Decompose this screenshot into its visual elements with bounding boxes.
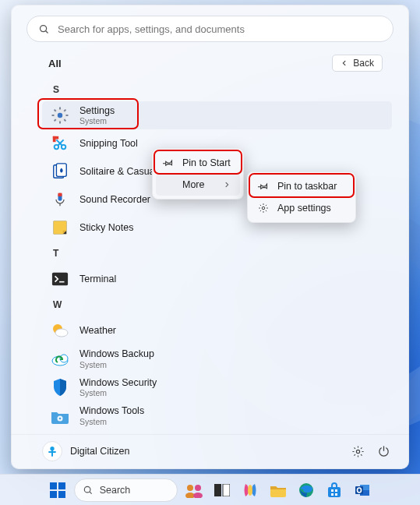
tb-people-icon[interactable] bbox=[182, 479, 206, 502]
svg-rect-55 bbox=[335, 489, 337, 492]
ctx-pin-to-start[interactable]: Pin to Start bbox=[156, 152, 240, 174]
svg-rect-34 bbox=[51, 450, 53, 457]
edge-icon bbox=[298, 482, 314, 498]
svg-rect-35 bbox=[48, 451, 55, 453]
search-icon bbox=[83, 485, 94, 496]
tb-outlook[interactable] bbox=[351, 479, 374, 502]
letter-header-t[interactable]: T bbox=[42, 242, 392, 265]
tb-store[interactable] bbox=[323, 479, 346, 502]
app-item-windows-security[interactable]: Windows Security System bbox=[42, 373, 392, 401]
context-menu-primary: Pin to Start More bbox=[152, 148, 244, 200]
ctx-app-settings[interactable]: App settings bbox=[251, 197, 352, 219]
svg-rect-56 bbox=[331, 493, 334, 496]
svg-point-32 bbox=[59, 417, 62, 419]
app-label: Snipping Tool bbox=[79, 138, 138, 149]
svg-rect-54 bbox=[331, 489, 334, 492]
svg-line-9 bbox=[64, 120, 65, 122]
context-menu-submenu: Pin to taskbar App settings bbox=[247, 171, 356, 223]
svg-rect-53 bbox=[328, 487, 341, 497]
app-label: Terminal bbox=[79, 274, 116, 284]
svg-point-0 bbox=[41, 25, 47, 31]
terminal-icon bbox=[50, 269, 70, 289]
avatar-icon bbox=[42, 441, 62, 461]
ctx-label: More bbox=[182, 179, 204, 190]
app-item-windows-tools[interactable]: Windows Tools System bbox=[42, 401, 392, 429]
app-label: Windows Backup bbox=[79, 348, 154, 359]
ctx-more[interactable]: More bbox=[156, 174, 240, 196]
svg-point-38 bbox=[262, 207, 265, 210]
power-icon bbox=[377, 445, 390, 458]
app-label: Weather bbox=[79, 325, 116, 336]
app-item-settings[interactable]: Settings System bbox=[42, 101, 392, 129]
svg-rect-49 bbox=[214, 484, 221, 496]
app-sublabel: System bbox=[79, 417, 144, 426]
all-heading: All bbox=[48, 58, 62, 69]
back-button[interactable]: Back bbox=[332, 55, 383, 72]
search-icon bbox=[38, 23, 50, 35]
tb-task-view[interactable] bbox=[210, 479, 234, 502]
tb-search-box[interactable]: Search bbox=[74, 479, 178, 502]
app-item-terminal[interactable]: Terminal bbox=[42, 265, 392, 293]
svg-rect-57 bbox=[335, 493, 337, 496]
tb-file-explorer[interactable] bbox=[266, 479, 290, 502]
windows-logo-icon bbox=[50, 482, 65, 498]
settings-gear-icon bbox=[50, 105, 70, 125]
snipping-tool-icon bbox=[50, 133, 70, 154]
search-input[interactable] bbox=[58, 23, 382, 35]
settings-button[interactable] bbox=[351, 445, 365, 458]
tools-folder-icon bbox=[50, 406, 70, 426]
chevron-left-icon bbox=[341, 59, 348, 67]
svg-rect-21 bbox=[58, 193, 62, 196]
apps-list: S Settings System Snipping Tool bbox=[11, 78, 409, 434]
app-item-weather[interactable]: Weather bbox=[42, 316, 392, 344]
svg-point-48 bbox=[193, 493, 203, 498]
app-sublabel: System bbox=[79, 116, 115, 125]
taskbar: Search bbox=[0, 474, 420, 505]
store-icon bbox=[326, 482, 342, 498]
app-item-windows-backup[interactable]: Windows Backup System bbox=[42, 344, 392, 373]
svg-point-45 bbox=[187, 485, 193, 491]
svg-point-36 bbox=[356, 450, 359, 453]
svg-point-3 bbox=[58, 113, 62, 118]
svg-point-33 bbox=[50, 447, 54, 450]
solitaire-icon bbox=[50, 161, 70, 182]
outlook-icon bbox=[355, 482, 370, 498]
app-label: Settings bbox=[79, 105, 115, 116]
svg-line-11 bbox=[64, 110, 65, 111]
app-label: Windows Security bbox=[79, 377, 157, 388]
gear-icon bbox=[257, 202, 270, 214]
svg-rect-25 bbox=[52, 273, 68, 286]
user-name: Digital Citizen bbox=[70, 446, 129, 457]
svg-point-43 bbox=[84, 486, 90, 493]
ctx-label: App settings bbox=[277, 203, 331, 214]
tb-search-label: Search bbox=[100, 485, 131, 496]
svg-rect-39 bbox=[50, 482, 57, 489]
svg-point-51 bbox=[248, 485, 252, 496]
svg-rect-13 bbox=[53, 136, 56, 142]
app-label: Sticky Notes bbox=[79, 222, 133, 233]
app-label: Windows Tools bbox=[79, 405, 144, 416]
people-icon bbox=[184, 482, 204, 498]
start-search-box[interactable] bbox=[26, 16, 394, 42]
letter-header-w[interactable]: W bbox=[42, 293, 392, 316]
folder-icon bbox=[270, 483, 287, 497]
svg-point-28 bbox=[55, 329, 68, 337]
letter-header-s[interactable]: S bbox=[42, 78, 392, 101]
sound-recorder-icon bbox=[50, 189, 70, 210]
start-footer: Digital Citizen bbox=[11, 434, 409, 469]
start-menu-panel: All Back S Settings System Snipp bbox=[11, 5, 409, 469]
svg-point-46 bbox=[195, 485, 201, 491]
chevron-right-icon bbox=[223, 181, 231, 189]
tb-start-button[interactable] bbox=[46, 479, 69, 502]
pin-icon bbox=[257, 180, 270, 192]
copilot-icon bbox=[242, 482, 258, 498]
app-sublabel: System bbox=[79, 388, 157, 397]
tb-copilot[interactable] bbox=[238, 479, 262, 502]
power-button[interactable] bbox=[377, 445, 390, 458]
gear-icon bbox=[351, 445, 365, 458]
ctx-pin-to-taskbar[interactable]: Pin to taskbar bbox=[251, 175, 352, 197]
svg-line-44 bbox=[90, 491, 92, 493]
weather-icon bbox=[50, 320, 70, 341]
user-profile[interactable]: Digital Citizen bbox=[42, 441, 129, 461]
tb-edge[interactable] bbox=[295, 479, 318, 502]
